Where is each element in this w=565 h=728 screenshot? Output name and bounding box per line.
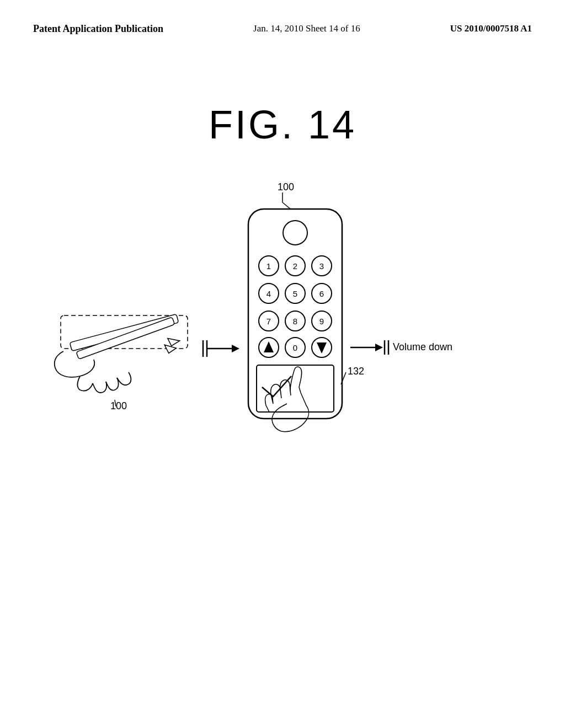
svg-text:7: 7 [266,317,271,326]
label-100-bottom: 100 [110,400,127,411]
figure-title: FIG. 14 [0,102,565,147]
svg-text:9: 9 [319,317,324,326]
label-100-top: 100 [278,181,294,192]
svg-point-3 [283,221,307,245]
svg-text:4: 4 [266,289,271,298]
diagram-area: 100 1 2 3 4 5 6 7 8 9 [0,169,565,583]
main-svg: 100 1 2 3 4 5 6 7 8 9 [0,169,565,583]
header-patent-number-label: US 2010/0007518 A1 [450,22,532,35]
svg-text:3: 3 [319,261,324,271]
page-header: Patent Application Publication Jan. 14, … [0,0,565,36]
svg-text:2: 2 [293,261,297,271]
svg-marker-33 [232,345,239,352]
svg-text:1: 1 [266,261,271,271]
header-date-sheet-label: Jan. 14, 2010 Sheet 14 of 16 [253,22,360,35]
svg-marker-41 [168,335,180,346]
header-publication-label: Patent Application Publication [33,22,163,36]
svg-text:5: 5 [293,289,297,298]
label-132: 132 [348,366,364,377]
svg-text:0: 0 [293,343,297,352]
svg-marker-35 [375,344,383,351]
svg-text:8: 8 [293,317,297,326]
svg-text:6: 6 [319,289,324,298]
svg-rect-40 [70,314,178,351]
volume-down-label: Volume down [393,341,452,352]
